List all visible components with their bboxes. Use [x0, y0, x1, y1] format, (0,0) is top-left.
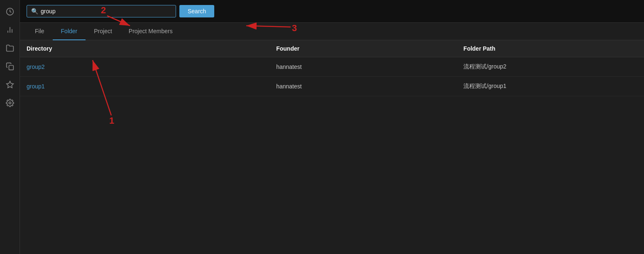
table-row: group1 hannatest 流程测试/group1: [20, 77, 644, 96]
tabs-bar: File Folder Project Project Members: [20, 23, 644, 40]
sidebar-icon-folder[interactable]: [2, 41, 17, 56]
row-directory-1[interactable]: group2: [20, 57, 269, 77]
results-table: Directory Founder Folder Path group2 han…: [20, 40, 644, 96]
svg-marker-5: [6, 81, 13, 88]
tab-file[interactable]: File: [27, 23, 53, 40]
sidebar-icon-settings[interactable]: [2, 95, 17, 110]
table-header-row: Directory Founder Folder Path: [20, 40, 644, 57]
row-path-1: 流程测试/group2: [457, 57, 644, 77]
col-header-founder: Founder: [269, 40, 457, 57]
row-path-2: 流程测试/group1: [457, 77, 644, 96]
search-bar: 🔍 Search: [20, 0, 644, 23]
tab-project[interactable]: Project: [86, 23, 120, 40]
sidebar: [0, 0, 20, 254]
table-row: group2 hannatest 流程测试/group2: [20, 57, 644, 77]
row-directory-2[interactable]: group1: [20, 77, 269, 96]
table-container: Directory Founder Folder Path group2 han…: [20, 40, 644, 254]
row-founder-2: hannatest: [269, 77, 457, 96]
svg-rect-4: [9, 66, 13, 70]
sidebar-icon-copy[interactable]: [2, 59, 17, 74]
sidebar-icon-chart[interactable]: [2, 22, 17, 37]
tab-project-members[interactable]: Project Members: [120, 23, 181, 40]
svg-point-6: [9, 102, 11, 104]
search-button[interactable]: Search: [179, 5, 214, 17]
main-content: 🔍 Search File Folder Project Project Mem…: [20, 0, 644, 254]
col-header-folder-path: Folder Path: [457, 40, 644, 57]
row-founder-1: hannatest: [269, 57, 457, 77]
search-input[interactable]: [41, 8, 171, 15]
tab-folder[interactable]: Folder: [53, 23, 86, 40]
sidebar-icon-clock[interactable]: [2, 4, 17, 19]
sidebar-icon-star[interactable]: [2, 77, 17, 92]
search-icon: 🔍: [31, 8, 38, 15]
col-header-directory: Directory: [20, 40, 269, 57]
search-input-wrapper: 🔍: [27, 5, 176, 17]
